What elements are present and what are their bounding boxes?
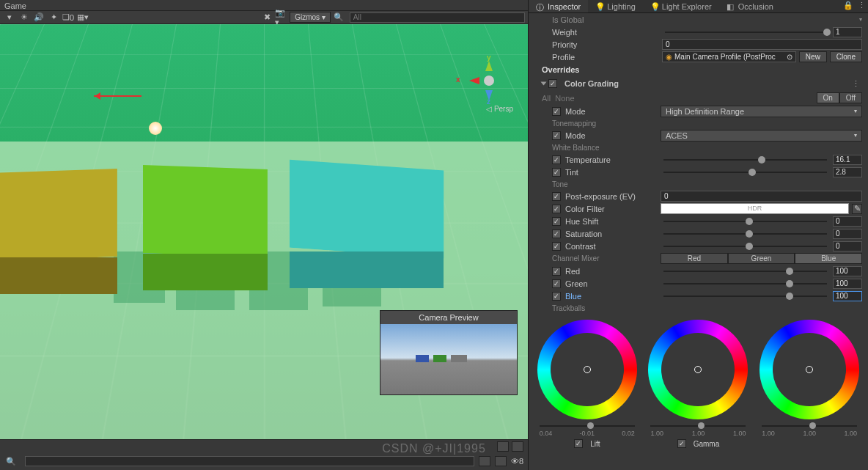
color-filter-check[interactable] bbox=[552, 205, 561, 213]
mixer-green-slider[interactable] bbox=[663, 283, 827, 284]
lock-icon[interactable]: 🔒 bbox=[842, 0, 855, 10]
game-tab[interactable]: Game bbox=[0, 0, 528, 11]
tab-lighting[interactable]: 💡Lighting bbox=[588, 0, 643, 12]
temperature-check[interactable] bbox=[552, 155, 561, 164]
occlusion-icon: ◧ bbox=[727, 2, 735, 11]
bulb-icon: 💡 bbox=[650, 2, 659, 11]
mode-dropdown[interactable]: High Definition Range bbox=[661, 106, 862, 117]
visibility-icon[interactable] bbox=[495, 456, 507, 466]
lock-icon[interactable] bbox=[512, 441, 523, 452]
color-grading-foldout[interactable]: Color Grading ⋮ bbox=[529, 76, 868, 91]
x-axis-handle[interactable] bbox=[94, 95, 141, 97]
tint-input[interactable] bbox=[833, 167, 862, 177]
mixer-green-check[interactable] bbox=[552, 279, 561, 288]
mixer-tab-green[interactable]: Green bbox=[728, 253, 795, 264]
lighting-icon[interactable]: ☀ bbox=[18, 12, 31, 23]
post-exposure-input[interactable]: 0 bbox=[661, 191, 862, 202]
profile-field[interactable]: ◉Main Camera Profile (PostProc⊙ bbox=[662, 51, 796, 62]
scene-search-input[interactable] bbox=[350, 12, 525, 23]
mixer-red-input[interactable] bbox=[833, 266, 862, 276]
saturation-input[interactable] bbox=[833, 229, 862, 239]
axis-x-label: x bbox=[456, 76, 460, 84]
saturation-check[interactable] bbox=[552, 230, 561, 238]
mixer-blue-slider[interactable] bbox=[663, 295, 827, 297]
none-button[interactable]: None bbox=[555, 94, 574, 103]
contrast-check[interactable] bbox=[552, 242, 561, 251]
lift-label: Lift bbox=[590, 440, 600, 448]
mixer-red-slider[interactable] bbox=[663, 271, 827, 272]
hue-shift-input[interactable] bbox=[833, 216, 862, 227]
is-global-label: Is Global bbox=[552, 15, 662, 24]
project-search-input[interactable] bbox=[25, 456, 474, 466]
maximize-icon[interactable] bbox=[497, 441, 509, 452]
color-filter-swatch[interactable]: HDR bbox=[661, 203, 849, 214]
temperature-slider[interactable] bbox=[663, 159, 827, 161]
menu-icon[interactable]: ⋮ bbox=[855, 0, 868, 10]
shaded-mode-icon[interactable]: ▾ bbox=[3, 12, 16, 23]
mixer-blue-input[interactable] bbox=[833, 291, 862, 301]
tonemap-mode-label: Mode bbox=[565, 131, 661, 140]
tint-check[interactable] bbox=[552, 168, 561, 177]
channel-mixer-tabs: Red Green Blue bbox=[661, 253, 862, 264]
gamma-slider[interactable] bbox=[650, 425, 746, 427]
post-exposure-check[interactable] bbox=[552, 192, 561, 201]
mode-check[interactable] bbox=[552, 107, 561, 116]
gamma-check[interactable] bbox=[677, 439, 686, 448]
color-grading-enable[interactable] bbox=[548, 79, 557, 88]
contrast-input[interactable] bbox=[833, 241, 862, 251]
gain-slider[interactable] bbox=[762, 425, 857, 427]
mixer-blue-check[interactable] bbox=[552, 292, 561, 301]
gain-trackball[interactable] bbox=[760, 320, 859, 419]
search-icon: 🔍 bbox=[4, 456, 18, 466]
tools-icon[interactable]: ✖ bbox=[260, 12, 273, 23]
inspector-icon: ⓘ bbox=[536, 2, 545, 11]
lift-check[interactable] bbox=[574, 439, 583, 448]
priority-input[interactable]: 0 bbox=[662, 39, 862, 50]
new-button[interactable]: New bbox=[799, 51, 827, 62]
mixer-tab-red[interactable]: Red bbox=[661, 253, 728, 264]
light-gizmo[interactable] bbox=[143, 87, 172, 116]
layers-icon[interactable]: ❏0 bbox=[62, 12, 75, 23]
white-balance-header: White Balance bbox=[529, 142, 868, 153]
mixer-tab-blue[interactable]: Blue bbox=[795, 253, 862, 264]
temperature-input[interactable] bbox=[833, 155, 862, 165]
grid-icon[interactable]: ▦▾ bbox=[76, 12, 89, 23]
gizmos-dropdown[interactable]: Gizmos ▾ bbox=[290, 12, 331, 23]
tab-inspector[interactable]: ⓘInspector bbox=[529, 0, 588, 12]
tab-light-explorer[interactable]: 💡Light Explorer bbox=[643, 0, 719, 12]
saturation-slider[interactable] bbox=[663, 233, 827, 235]
contrast-slider[interactable] bbox=[663, 246, 827, 247]
hue-shift-slider[interactable] bbox=[663, 221, 827, 222]
tonemap-mode-dropdown[interactable]: ACES bbox=[661, 130, 862, 142]
gamma-tick-0: 1.00 bbox=[650, 430, 663, 437]
color-grading-title: Color Grading bbox=[564, 79, 619, 88]
filter-icon[interactable] bbox=[479, 456, 490, 466]
gamma-trackball[interactable] bbox=[648, 320, 748, 419]
lift-tick-1: -0.01 bbox=[580, 430, 595, 437]
clone-button[interactable]: Clone bbox=[830, 51, 862, 62]
fx-icon[interactable]: ✦ bbox=[47, 12, 60, 23]
orientation-gizmo[interactable]: x y z bbox=[463, 55, 515, 106]
tonemap-mode-check[interactable] bbox=[552, 131, 561, 140]
mixer-green-input[interactable] bbox=[833, 279, 862, 289]
temperature-label: Temperature bbox=[565, 155, 661, 164]
weight-input[interactable] bbox=[833, 27, 862, 37]
lift-slider[interactable] bbox=[540, 425, 635, 427]
tint-slider[interactable] bbox=[663, 172, 827, 173]
weight-slider[interactable] bbox=[665, 32, 827, 33]
scene-viewport[interactable]: x y z ◁ Persp Camera Preview bbox=[0, 24, 528, 439]
eyedropper-icon[interactable]: ✎ bbox=[852, 204, 862, 214]
mixer-red-check[interactable] bbox=[552, 267, 561, 276]
kebab-icon[interactable]: ⋮ bbox=[849, 78, 862, 89]
hue-shift-check[interactable] bbox=[552, 217, 561, 226]
inspector-tabs: ⓘInspector 💡Lighting 💡Light Explorer ◧Oc… bbox=[529, 0, 868, 13]
on-toggle[interactable]: On bbox=[817, 92, 839, 103]
camera-icon[interactable]: 📷▾ bbox=[275, 12, 288, 23]
mixer-green-label: Green bbox=[565, 279, 661, 288]
off-toggle[interactable]: Off bbox=[839, 92, 862, 103]
lift-trackball[interactable] bbox=[537, 320, 637, 419]
tab-occlusion[interactable]: ◧Occlusion bbox=[719, 0, 781, 12]
audio-icon[interactable]: 🔊 bbox=[32, 12, 45, 23]
all-button[interactable]: All bbox=[542, 94, 551, 103]
projection-label[interactable]: ◁ Persp bbox=[486, 105, 513, 113]
